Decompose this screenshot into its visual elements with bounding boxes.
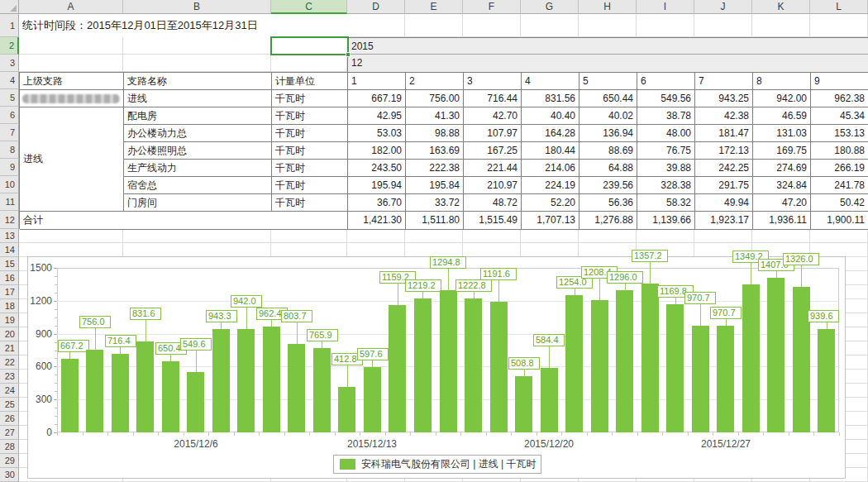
cell-C10-unit[interactable]: 千瓦时	[272, 177, 348, 194]
column-header-L[interactable]: L	[810, 0, 868, 14]
cell-A5-parent-branch[interactable]	[20, 90, 124, 107]
cell-B5-branch-name[interactable]: 进线	[124, 90, 272, 107]
cell-total-d4[interactable]: 1,707.13	[522, 212, 579, 230]
cell-value-r6-d9[interactable]: 45.34	[811, 107, 868, 125]
cell-value-r11-d7[interactable]: 49.94	[695, 194, 753, 212]
bar-day-24[interactable]	[641, 284, 659, 432]
fill-handle[interactable]	[346, 52, 351, 57]
cell-day-header-3[interactable]: 3	[464, 73, 522, 90]
cell-value-r11-d2[interactable]: 33.72	[406, 194, 464, 212]
cell-total-d5[interactable]: 1,276.88	[579, 212, 637, 230]
cell-B6-branch-name[interactable]: 配电房	[124, 107, 272, 125]
column-header-E[interactable]: E	[405, 0, 463, 14]
cell-value-r7-d8[interactable]: 131.03	[753, 125, 811, 142]
cell-value-r9-d7[interactable]: 242.25	[695, 160, 753, 177]
cell-value-r10-d1[interactable]: 195.94	[348, 177, 406, 194]
cell-C5-unit[interactable]: 千瓦时	[272, 90, 348, 107]
cell-A1-title[interactable]: 统计时间段：2015年12月01日至2015年12月31日	[19, 14, 350, 37]
cell-total-d7[interactable]: 1,923.17	[695, 212, 753, 230]
cell-value-r8-d1[interactable]: 182.00	[348, 142, 406, 160]
cell-value-r5-d2[interactable]: 756.00	[406, 90, 464, 107]
cell-C4-header[interactable]: 计量单位	[272, 73, 348, 90]
cell-value-r11-d9[interactable]: 50.42	[811, 194, 868, 212]
cell-C9-unit[interactable]: 千瓦时	[272, 160, 348, 177]
bar-day-30[interactable]	[793, 287, 810, 432]
cell-value-r5-d8[interactable]: 942.00	[753, 90, 811, 107]
bar-day-28[interactable]	[742, 284, 760, 432]
bar-day-1[interactable]	[61, 359, 79, 432]
cell-B10-branch-name[interactable]: 宿舍总	[124, 177, 272, 194]
row-header-26[interactable]: 26	[0, 412, 19, 426]
row-header-18[interactable]: 18	[0, 299, 19, 313]
cell-value-r7-d5[interactable]: 136.94	[579, 125, 637, 142]
bar-day-6[interactable]	[187, 372, 204, 432]
bar-day-9[interactable]	[263, 327, 280, 432]
row-header-6[interactable]: 6	[0, 107, 19, 124]
row-header-12[interactable]: 12	[0, 211, 19, 229]
energy-bar-chart[interactable]: 安科瑞电气股份有限公司 | 进线 | 千瓦时 03006009001200150…	[27, 256, 846, 479]
cell-C8-unit[interactable]: 千瓦时	[272, 142, 348, 160]
cell-day-header-8[interactable]: 8	[753, 73, 811, 90]
column-header-J[interactable]: J	[694, 0, 752, 14]
cell-value-r8-d8[interactable]: 169.75	[753, 142, 811, 160]
cell-value-r9-d2[interactable]: 222.38	[406, 160, 464, 177]
cell-day-header-1[interactable]: 1	[348, 73, 406, 90]
cell-value-r10-d2[interactable]: 195.84	[406, 177, 464, 194]
row-header-17[interactable]: 17	[0, 285, 19, 299]
bar-day-14[interactable]	[389, 305, 406, 432]
cell-value-r5-d6[interactable]: 549.56	[637, 90, 695, 107]
column-header-I[interactable]: I	[637, 0, 694, 14]
cell-day-header-4[interactable]: 4	[522, 73, 579, 90]
cell-value-r9-d9[interactable]: 266.19	[811, 160, 868, 177]
row-header-19[interactable]: 19	[0, 313, 19, 327]
cell-value-r7-d1[interactable]: 53.03	[348, 125, 406, 142]
row-header-10[interactable]: 10	[0, 176, 19, 193]
bar-day-25[interactable]	[666, 304, 684, 432]
row-header-3[interactable]: 3	[0, 55, 19, 72]
cell-value-r8-d9[interactable]: 180.88	[811, 142, 868, 160]
row-header-11[interactable]: 11	[0, 193, 19, 211]
cell-value-r9-d1[interactable]: 243.50	[348, 160, 406, 177]
row-header-15[interactable]: 15	[0, 257, 19, 271]
selected-cell-C2[interactable]	[270, 36, 349, 55]
bar-day-7[interactable]	[212, 329, 230, 432]
cell-day-header-9[interactable]: 9	[811, 73, 868, 90]
column-header-G[interactable]: G	[521, 0, 579, 14]
row-header-28[interactable]: 28	[0, 440, 19, 454]
cell-value-r11-d4[interactable]: 52.20	[522, 194, 579, 212]
cell-C7-unit[interactable]: 千瓦时	[272, 125, 348, 142]
row-header-27[interactable]: 27	[0, 426, 19, 440]
bar-day-20[interactable]	[541, 368, 558, 432]
bar-day-15[interactable]	[414, 298, 432, 432]
cell-value-r7-d3[interactable]: 107.97	[464, 125, 522, 142]
row-header-20[interactable]: 20	[0, 327, 19, 341]
cell-value-r8-d6[interactable]: 76.75	[637, 142, 695, 160]
row-header-5[interactable]: 5	[0, 89, 19, 107]
cell-B4-header[interactable]: 支路名称	[124, 73, 272, 90]
cell-A12-total-label[interactable]: 合计	[20, 212, 348, 230]
row-header-16[interactable]: 16	[0, 271, 19, 285]
bar-day-5[interactable]	[162, 361, 179, 432]
chart-legend[interactable]: 安科瑞电气股份有限公司 | 进线 | 千瓦时	[333, 455, 541, 474]
column-header-D[interactable]: D	[347, 0, 405, 14]
row-header-7[interactable]: 7	[0, 124, 19, 141]
column-header-C[interactable]: C	[271, 0, 347, 14]
cell-C6-unit[interactable]: 千瓦时	[272, 107, 348, 125]
bar-day-31[interactable]	[818, 329, 835, 432]
row-header-13[interactable]: 13	[0, 229, 19, 243]
cell-total-d8[interactable]: 1,936.11	[753, 212, 811, 230]
cell-value-r6-d7[interactable]: 42.38	[695, 107, 753, 125]
cell-B7-branch-name[interactable]: 办公楼动力总	[124, 125, 272, 142]
bar-day-18[interactable]	[490, 302, 508, 432]
cell-value-r11-d8[interactable]: 47.20	[753, 194, 811, 212]
cell-value-r7-d6[interactable]: 48.00	[637, 125, 695, 142]
cell-value-r8-d7[interactable]: 172.13	[695, 142, 753, 160]
bar-day-23[interactable]	[616, 290, 633, 432]
bar-day-4[interactable]	[136, 341, 154, 432]
row-header-9[interactable]: 9	[0, 159, 19, 176]
row-header-8[interactable]: 8	[0, 141, 19, 159]
cell-value-r8-d4[interactable]: 180.44	[522, 142, 579, 160]
bar-day-10[interactable]	[288, 344, 305, 432]
cell-value-r6-d5[interactable]: 40.02	[579, 107, 637, 125]
cell-value-r7-d7[interactable]: 181.47	[695, 125, 753, 142]
